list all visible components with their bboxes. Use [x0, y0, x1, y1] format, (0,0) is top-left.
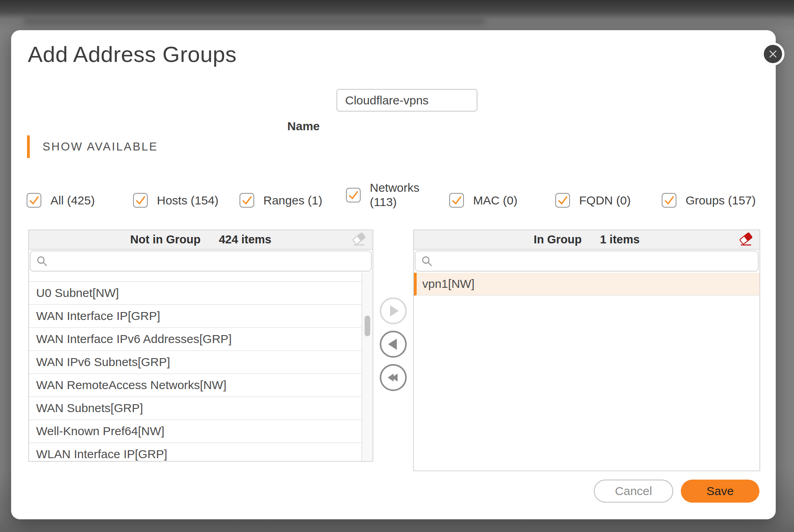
not-in-group-list: U0 Subnet[NW] WAN Interface IP[GRP] WAN … [29, 272, 373, 461]
filter-label: Groups (157) [686, 193, 756, 208]
background-app-content [24, 18, 485, 24]
list-item[interactable]: WAN Interface IP[GRP] [29, 305, 361, 328]
in-group-search [415, 251, 759, 272]
scrollbar[interactable] [361, 272, 373, 461]
checkbox-checked-icon[interactable] [555, 193, 570, 208]
checkbox-checked-icon[interactable] [449, 193, 464, 208]
filter-label: Networks (113) [370, 181, 425, 209]
filter-mac[interactable]: MAC (0) [449, 193, 518, 208]
filter-ranges[interactable]: Ranges (1) [240, 193, 322, 208]
dialog-title: Add Address Groups [28, 41, 237, 67]
panel-count: 424 items [219, 233, 271, 246]
name-input[interactable] [336, 89, 477, 112]
checkbox-checked-icon[interactable] [346, 188, 361, 202]
cancel-button[interactable]: Cancel [594, 480, 673, 503]
close-icon [766, 47, 780, 61]
not-in-group-header: Not in Group 424 items [29, 230, 373, 250]
save-button[interactable]: Save [681, 480, 759, 503]
section-accent-bar [27, 135, 30, 158]
in-group-header: In Group 1 items [414, 230, 759, 250]
screen: Add Address Groups Name SHOW AVAILABLE A… [0, 0, 794, 532]
panel-title: Not in Group [130, 233, 201, 246]
move-right-button[interactable] [380, 297, 407, 324]
list-item-selected[interactable]: vpn1[NW] [414, 273, 759, 296]
scrollbar-thumb[interactable] [365, 316, 370, 336]
in-group-list: vpn1[NW] [414, 273, 759, 471]
filter-networks[interactable]: Networks (113) [346, 180, 425, 210]
checkbox-checked-icon[interactable] [240, 193, 254, 208]
checkbox-checked-icon[interactable] [27, 193, 41, 208]
filter-fqdn[interactable]: FQDN (0) [555, 193, 631, 208]
close-button[interactable] [761, 42, 784, 66]
in-group-panel: In Group 1 items [413, 229, 760, 471]
search-icon [36, 255, 48, 267]
list-item[interactable]: WLAN Interface IP[GRP] [29, 443, 361, 462]
panel-count: 1 items [600, 233, 639, 246]
filter-label: MAC (0) [473, 193, 518, 208]
not-in-group-search [30, 251, 372, 272]
arrow-right-icon [390, 305, 399, 316]
filter-all[interactable]: All (425) [27, 193, 95, 208]
move-left-button[interactable] [380, 331, 407, 358]
checkbox-checked-icon[interactable] [662, 193, 676, 208]
name-label: Name [256, 120, 320, 133]
clear-left-selection-icon[interactable] [351, 231, 367, 247]
filter-label: All (425) [50, 193, 95, 208]
not-in-group-search-input[interactable] [48, 251, 371, 271]
list-item[interactable]: WAN Interface IPv6 Addresses[GRP] [29, 328, 361, 351]
filter-label: FQDN (0) [579, 193, 631, 208]
clear-in-group-icon[interactable] [738, 231, 754, 247]
panel-title: In Group [534, 233, 582, 246]
list-item[interactable]: U0 Subnet[NW] [29, 282, 361, 305]
not-in-group-panel: Not in Group 424 items [28, 229, 373, 462]
list-item[interactable]: WAN Subnets[GRP] [29, 397, 361, 420]
list-item[interactable]: Well-Known Pref64[NW] [29, 420, 361, 443]
list-item-partial [29, 272, 361, 282]
search-icon [421, 255, 433, 267]
in-group-search-input[interactable] [433, 251, 758, 271]
section-heading: SHOW AVAILABLE [43, 140, 158, 153]
double-arrow-left-icon [388, 374, 398, 382]
filter-label: Hosts (154) [157, 193, 218, 208]
arrow-left-icon [388, 339, 397, 350]
list-item[interactable]: WAN IPv6 Subnets[GRP] [29, 351, 361, 374]
filter-label: Ranges (1) [263, 193, 322, 208]
add-address-groups-dialog: Add Address Groups Name SHOW AVAILABLE A… [11, 30, 776, 519]
list-item[interactable]: WAN RemoteAccess Networks[NW] [29, 374, 361, 397]
filter-groups[interactable]: Groups (157) [662, 193, 756, 208]
filter-hosts[interactable]: Hosts (154) [133, 193, 218, 208]
move-all-left-button[interactable] [380, 364, 407, 391]
checkbox-checked-icon[interactable] [133, 193, 148, 208]
